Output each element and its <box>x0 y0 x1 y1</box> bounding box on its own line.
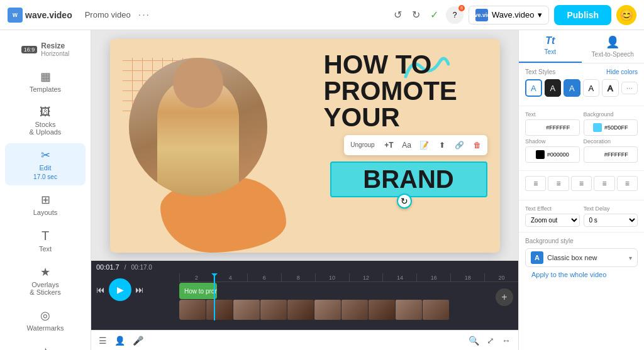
bg-style-icon: A <box>531 251 543 264</box>
shadow-label: Shadow <box>525 138 580 145</box>
edit-label: Edit <box>40 164 52 172</box>
link-button[interactable]: 🔗 <box>452 138 467 153</box>
ungroup-button[interactable]: Ungroup <box>347 138 379 153</box>
align-center-button[interactable]: ≡ <box>548 176 569 191</box>
publish-button[interactable]: Publish <box>554 5 611 25</box>
sidebar-item-watermarks[interactable]: ◎ Watermarks <box>5 304 86 337</box>
sidebar-item-text[interactable]: T Text <box>5 224 86 258</box>
brand-container[interactable]: BRAND <box>330 161 487 197</box>
add-track-button[interactable]: + <box>496 288 513 306</box>
text-color-swatch[interactable]: #FFFFFF <box>525 119 580 136</box>
mic-button[interactable]: 🎤 <box>133 336 143 346</box>
text-styles-row: A A A A A ··· <box>525 79 638 97</box>
bg-color-item: Background #50D0FF <box>584 111 638 136</box>
canvas-headline: HOW TO PROMOTE YOUR <box>324 52 487 131</box>
playhead[interactable] <box>214 273 215 320</box>
hide-colors-link[interactable]: Hide colors <box>606 68 638 75</box>
sidebar-item-stocks[interactable]: 🖼 Stocks& Uploads <box>5 101 86 141</box>
sidebar-item-audio[interactable]: ♪ Audio <box>5 339 86 350</box>
sidebar-item-layouts[interactable]: ⊞ Layouts <box>5 188 86 221</box>
canvas-area: HOW TO PROMOTE YOUR Ungroup +T Aa 📝 ⬆ 🔗 <box>91 30 518 261</box>
format-button[interactable]: Aa <box>399 138 414 153</box>
align-right-button[interactable]: ≡ <box>571 176 592 191</box>
align-row: ≡ ≡ ≡ ≡ ≡ <box>525 176 638 191</box>
timeline: 00:01.7 / 00:17.0 ⏮ ▶ ⏭ <box>91 261 518 330</box>
menu-button[interactable]: ☰ <box>99 336 107 346</box>
list-button[interactable]: ≡ <box>617 176 638 191</box>
tab-text[interactable]: Tt Text <box>519 30 582 63</box>
share-button[interactable]: ↔ <box>502 336 511 346</box>
main-layout: 16:9 Resize Horizontal ▦ Templates 🖼 Sto… <box>0 30 644 350</box>
upload-button[interactable]: ⬆ <box>435 138 450 153</box>
text-color-label: Text <box>525 111 580 118</box>
text-styles-header: Text Styles Hide colors <box>525 68 638 75</box>
shadow-swatch[interactable]: #000000 <box>525 146 580 163</box>
style-btn-dark[interactable]: A <box>545 79 561 97</box>
tts-tab-label: Text-to-Speech <box>592 51 634 58</box>
style-btn-blue[interactable]: A <box>564 79 580 97</box>
text-delay-select[interactable]: 0 s <box>584 214 638 227</box>
filmstrip-frame <box>314 300 341 320</box>
style-btn-outline[interactable]: A <box>525 79 542 97</box>
timeline-header: 00:01.7 / 00:17.0 <box>91 261 518 273</box>
sidebar-item-templates[interactable]: ▦ Templates <box>5 65 86 98</box>
skip-back-button[interactable]: ⏮ <box>96 285 105 295</box>
decoration-label: Decoration <box>584 138 638 145</box>
video-clip-label[interactable]: How to promote <box>179 283 217 299</box>
user-button[interactable]: 👤 <box>114 336 125 346</box>
logo-icon: w <box>8 8 23 23</box>
zoom-out-button[interactable]: 🔍 <box>469 336 479 346</box>
style-btn-plain[interactable]: A <box>583 79 599 97</box>
workspace-button[interactable]: Wave.video Wave.video ▾ <box>469 6 549 25</box>
text-icon: T <box>42 229 49 243</box>
canvas[interactable]: HOW TO PROMOTE YOUR Ungroup +T Aa 📝 ⬆ 🔗 <box>110 39 500 253</box>
avatar[interactable]: 😊 <box>616 5 636 25</box>
delete-button[interactable]: 🗑 <box>470 138 485 153</box>
resize-sublabel: Horizontal <box>41 50 69 57</box>
style-btn-stroke[interactable]: A <box>602 79 618 97</box>
text-bg-color-row: Text #FFFFFF Background #50D0FF <box>525 111 638 136</box>
fullscreen-button[interactable]: ⤢ <box>487 336 494 346</box>
apply-whole-video-link[interactable]: Apply to the whole video <box>525 267 638 282</box>
more-styles-button[interactable]: ··· <box>621 82 638 94</box>
alignment-section: ≡ ≡ ≡ ≡ ≡ <box>519 171 644 200</box>
bg-color-swatch[interactable]: #50D0FF <box>584 119 638 136</box>
bg-style-section: Background style A Classic box new ▾ App… <box>519 232 644 287</box>
brand-text[interactable]: BRAND <box>330 161 487 197</box>
sidebar-item-resize[interactable]: 16:9 Resize Horizontal <box>5 36 86 62</box>
tab-tts[interactable]: 👤 Text-to-Speech <box>582 30 645 63</box>
decoration-swatch[interactable]: #FFFFFF <box>584 146 638 163</box>
ruler-mark-4: 4 <box>213 273 247 282</box>
logo[interactable]: w wave.video <box>8 8 72 23</box>
rotate-handle[interactable]: ↻ <box>397 194 412 209</box>
undo-button[interactable]: ↺ <box>391 6 404 23</box>
align-justify-button[interactable]: ≡ <box>594 176 614 191</box>
add-text-button[interactable]: +T <box>382 138 397 153</box>
text-effect-item: Text Effect Zoom out <box>525 205 580 227</box>
colors-section: Text #FFFFFF Background #50D0FF Shad <box>519 106 644 171</box>
stocks-icon: 🖼 <box>40 106 51 119</box>
filmstrip-frame <box>341 300 368 320</box>
filmstrip-frame <box>233 300 260 320</box>
bg-style-selector[interactable]: A Classic box new ▾ <box>525 248 638 267</box>
align-left-button[interactable]: ≡ <box>525 176 546 191</box>
skip-forward-button[interactable]: ⏭ <box>135 285 144 295</box>
canvas-text-area: HOW TO PROMOTE YOUR <box>324 52 487 131</box>
canvas-wrapper: HOW TO PROMOTE YOUR Ungroup +T Aa 📝 ⬆ 🔗 <box>91 30 518 261</box>
bg-color-box <box>593 123 602 132</box>
sidebar-item-overlays[interactable]: ★ Overlays& Stickers <box>5 260 86 301</box>
project-title[interactable]: Promo video <box>85 10 131 19</box>
text-effect-select[interactable]: Zoom out <box>525 214 580 227</box>
redo-button[interactable]: ↻ <box>409 6 423 23</box>
help-button[interactable]: ? 8 <box>446 6 464 24</box>
sidebar-item-edit[interactable]: ✂ Edit 17.0 sec <box>5 143 86 185</box>
decoration-color-value: #FFFFFF <box>604 151 628 158</box>
overlays-label: Overlays& Stickers <box>30 281 61 296</box>
project-menu-button[interactable]: ··· <box>138 9 150 21</box>
text-delay-label: Text Delay <box>584 205 638 212</box>
filmstrip-frame <box>369 300 395 320</box>
text-edit-button[interactable]: 📝 <box>417 138 432 153</box>
resize-label: Resize <box>41 41 69 50</box>
play-button[interactable]: ▶ <box>109 278 131 301</box>
text-label: Text <box>39 245 52 253</box>
